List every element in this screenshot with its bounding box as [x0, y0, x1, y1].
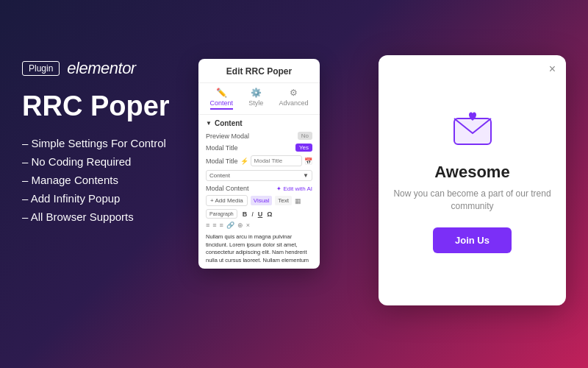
modal-title-input-label: Modal Title ⚡	[206, 158, 248, 165]
modal-title-input-field: Modal Title ⚡ 📅	[206, 155, 312, 166]
tab-content-label: Content	[210, 99, 234, 107]
text-tab[interactable]: Text	[275, 196, 292, 205]
section-label: ▼ Content	[206, 119, 312, 127]
section-arrow-icon: ▼	[206, 120, 212, 127]
advanced-tab-icon: ⚙	[290, 88, 298, 98]
feature-item: – Add Infinity Popup	[22, 192, 213, 205]
edit-ai-button[interactable]: ✦ Edit with AI	[276, 185, 312, 192]
content-tab-icon: ✏️	[216, 88, 227, 98]
add-media-row: + Add Media Visual Text ▦	[206, 195, 312, 206]
editor-body: ▼ Content Preview Modal No Modal Title Y…	[198, 115, 320, 269]
modal-content-row: Modal Content ✦ Edit with AI	[206, 185, 312, 192]
add-media-button[interactable]: + Add Media	[206, 195, 248, 206]
link-icon[interactable]: 🔗	[226, 222, 234, 229]
editor-tabs: ✏️ Content ⚙️ Style ⚙ Advanced	[198, 83, 320, 115]
elementor-logo: elementor	[67, 59, 135, 78]
editor-text-content: Nullam quis arcu in magna pulvinar tinci…	[206, 233, 312, 264]
visual-tab[interactable]: Visual	[251, 196, 273, 205]
tab-content[interactable]: ✏️ Content	[210, 88, 234, 110]
modal-title-input[interactable]	[251, 155, 302, 166]
alignment-row: ≡ ≡ ≡ 🔗 ⊕ ×	[206, 222, 312, 229]
section-name: Content	[215, 119, 243, 127]
feature-item: – Manage Contents	[22, 174, 213, 186]
badge-row: Plugin elementor	[22, 59, 213, 78]
type-select-chevron: ▼	[303, 172, 309, 179]
feature-item: – All Browser Supports	[22, 210, 213, 223]
paragraph-select[interactable]: Paragraph	[206, 209, 237, 219]
style-tab-icon: ⚙️	[251, 88, 262, 98]
tab-style-label: Style	[248, 99, 263, 107]
align-right-icon[interactable]: ≡	[220, 222, 223, 229]
feature-item: – No Coding Required	[22, 155, 213, 168]
dynamic-icon: ⚡	[240, 158, 248, 165]
formatting-row: Paragraph B I U Ω	[206, 209, 312, 219]
modal-icon	[451, 107, 495, 152]
product-title: RRC Poper	[22, 91, 213, 122]
editor-panel: Edit RRC Poper ✏️ Content ⚙️ Style ⚙ Adv…	[198, 59, 320, 269]
strikethrough-icon[interactable]: ⊕	[237, 222, 243, 229]
tab-advanced[interactable]: ⚙ Advanced	[279, 88, 308, 110]
more-icon[interactable]: ×	[246, 222, 250, 229]
feature-item: – Simple Settings For Control	[22, 137, 213, 149]
preview-modal-label: Preview Modal	[206, 132, 249, 140]
modal-close-button[interactable]: ×	[549, 63, 556, 76]
modal-preview: × Awesome Now you can become a part of o…	[379, 55, 566, 305]
envelope-icon	[451, 107, 495, 152]
join-button[interactable]: Join Us	[433, 227, 512, 253]
editor-header: Edit RRC Poper	[198, 59, 320, 83]
plugin-badge: Plugin	[22, 61, 60, 76]
underline-button[interactable]: U	[257, 210, 265, 219]
modal-title-toggle[interactable]: Yes	[295, 144, 312, 152]
align-center-icon[interactable]: ≡	[212, 222, 216, 229]
tab-advanced-label: Advanced	[279, 99, 308, 107]
align-left-icon[interactable]: ≡	[206, 222, 209, 229]
bold-button[interactable]: B	[241, 210, 249, 219]
preview-modal-toggle[interactable]: No	[298, 132, 312, 140]
features-list: – Simple Settings For Control – No Codin…	[22, 137, 213, 223]
modal-title: Awesome	[434, 163, 509, 182]
tab-style[interactable]: ⚙️ Style	[248, 88, 263, 110]
type-select[interactable]: Content ▼	[206, 170, 312, 181]
modal-subtitle: Now you can become a part of our trend c…	[393, 188, 551, 213]
modal-content-label: Modal Content	[206, 185, 249, 192]
modal-title-toggle-label: Modal Title	[206, 144, 238, 152]
block-icon: ▦	[295, 197, 301, 205]
italic-button[interactable]: I	[250, 210, 255, 219]
omega-button[interactable]: Ω	[265, 210, 273, 219]
calendar-icon: 📅	[304, 158, 312, 165]
type-select-value: Content	[209, 172, 230, 179]
left-panel: Plugin elementor RRC Poper – Simple Sett…	[22, 59, 213, 223]
modal-title-toggle-field: Modal Title Yes	[206, 144, 312, 152]
preview-modal-field: Preview Modal No	[206, 132, 312, 140]
